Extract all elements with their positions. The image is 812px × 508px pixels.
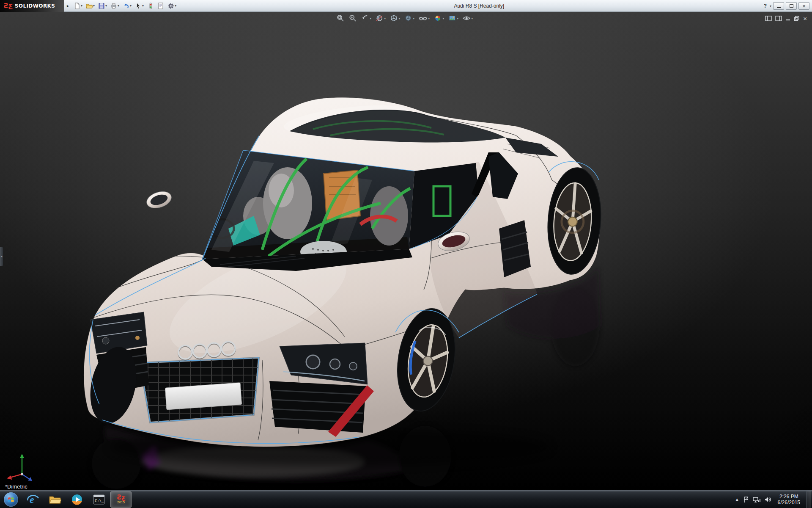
zoom-to-fit-button[interactable] [336,14,345,22]
solidworks-logo-icon: ʒS [3,2,13,10]
document-window-controls: × [765,15,807,22]
close-button[interactable]: × [798,2,809,10]
taskbar-apps: e C:\_ [22,491,132,508]
chevron-down-icon[interactable]: ▾ [457,17,458,20]
zoom-to-area-button[interactable] [348,14,357,22]
show-display-pane-icon[interactable] [775,15,782,22]
chevron-down-icon[interactable]: ▾ [398,17,400,20]
title-bar: ʒS SOLIDWORKS ▸ ▾ ▾ ▾ ▾ ▾ [0,0,812,12]
taskbar-clock[interactable]: 2:26 PM 6/26/2015 [775,494,803,505]
minimize-document-button[interactable] [785,15,790,22]
chevron-down-icon[interactable]: ▾ [105,4,107,8]
previous-view-button[interactable]: ▾ [361,14,371,22]
reference-triad [5,449,39,483]
volume-icon[interactable] [764,496,771,503]
maximize-button[interactable] [786,2,797,10]
view-orientation-button[interactable]: ▾ [390,14,400,22]
chevron-down-icon[interactable]: ▾ [142,4,144,8]
action-center-flag-icon[interactable] [743,496,749,503]
window-controls: ? ▾ × [763,0,809,12]
chevron-down-icon[interactable]: ▾ [384,17,386,20]
solidworks-app-icon: ʒS [117,495,125,500]
taskbar: e C:\_ [0,490,812,508]
chevron-down-icon[interactable]: ▾ [370,17,371,20]
solidworks-window: ʒS SOLIDWORKS ▸ ▾ ▾ ▾ ▾ ▾ [0,0,812,508]
minimize-button[interactable] [773,2,784,10]
chevron-down-icon[interactable]: ▾ [118,4,119,8]
folder-icon [49,494,61,505]
help-button[interactable]: ? [763,3,768,9]
apply-scene-button[interactable]: ▾ [448,14,458,22]
show-desktop-button[interactable] [807,491,811,508]
media-player-icon [71,494,83,505]
chevron-down-icon[interactable]: ▾ [471,17,473,20]
new-document-button[interactable]: ▾ [72,2,84,10]
print-button[interactable]: ▾ [109,2,121,10]
windows-start-icon [4,492,18,507]
chevron-down-icon[interactable]: ▾ [81,4,82,8]
taskbar-windows-explorer[interactable] [44,491,66,508]
save-button[interactable]: ▾ [97,2,108,10]
view-orientation-label: *Dimetric [5,483,27,490]
taskbar-command-prompt[interactable]: C:\_ [88,491,110,508]
model-audi-r8[interactable] [76,89,605,490]
command-prompt-icon: C:\_ [93,494,105,505]
left-mirror [145,189,173,211]
undo-button[interactable]: ▾ [121,2,133,10]
select-button[interactable]: ▾ [134,2,145,10]
edit-appearance-button[interactable]: ▾ [433,14,444,22]
chevron-down-icon[interactable]: ▾ [175,4,176,8]
section-view-button[interactable]: ▾ [375,14,386,22]
brand-name: SOLIDWORKS [15,3,55,9]
show-hidden-icons-button[interactable]: ▲ [735,497,739,502]
chevron-down-icon[interactable]: ▾ [93,4,95,8]
feature-manager-splitter[interactable]: ◂ [0,247,3,266]
close-document-button[interactable]: × [803,15,807,22]
menu-expand-arrow[interactable]: ▸ [67,3,69,8]
help-chevron-icon[interactable]: ▾ [770,4,771,8]
main-toolbar: ▾ ▾ ▾ ▾ ▾ ▾ [72,2,178,10]
window-title: Audi R8 S [Read-only] [454,3,504,9]
taskbar-media-player[interactable] [66,491,88,508]
internet-explorer-icon: e [27,494,39,505]
start-button[interactable] [0,491,22,508]
svg-text:C:\_: C:\_ [95,499,104,503]
display-style-button[interactable]: ▾ [404,14,414,22]
restore-document-button[interactable] [794,15,800,22]
system-tray: ▲ 2:26 PM 6/26/2015 [735,491,812,508]
show-feature-pane-icon[interactable] [765,15,772,22]
chevron-down-icon[interactable]: ▾ [428,17,430,20]
chevron-down-icon[interactable]: ▾ [442,17,444,20]
taskbar-internet-explorer[interactable]: e [22,491,44,508]
open-button[interactable]: ▾ [85,2,96,10]
clock-time: 2:26 PM [779,494,798,500]
hide-show-items-button[interactable]: ▾ [418,14,430,22]
taskbar-solidworks[interactable]: ʒS 2015 [110,491,132,508]
chevron-down-icon[interactable]: ▾ [130,4,132,8]
network-status-icon[interactable] [753,496,760,503]
rebuild-button[interactable] [146,2,155,10]
chevron-down-icon[interactable]: ▾ [413,17,414,20]
options-button[interactable]: ▾ [166,2,178,10]
file-properties-button[interactable] [156,2,165,10]
view-settings-button[interactable]: ▾ [462,14,473,22]
clock-date: 6/26/2015 [778,500,800,505]
solidworks-logo[interactable]: ʒS SOLIDWORKS [0,0,64,12]
graphics-area[interactable]: ▾ ▾ ▾ ▾ ▾ ▾ ▾ [0,12,812,490]
front-grille [140,356,260,425]
heads-up-view-toolbar: ▾ ▾ ▾ ▾ ▾ ▾ ▾ [336,14,473,22]
